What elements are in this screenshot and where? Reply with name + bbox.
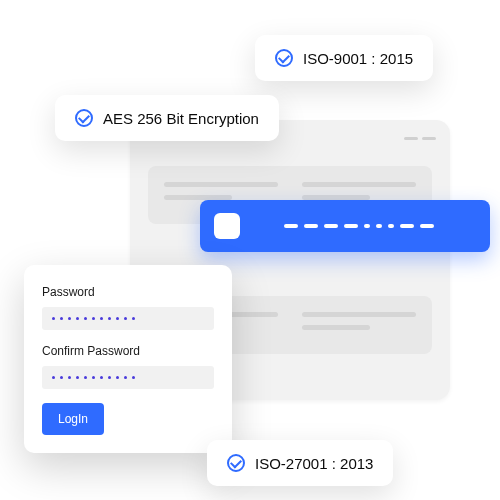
badge-aes: AES 256 Bit Encryption: [55, 95, 279, 141]
badge-label: ISO-27001 : 2013: [255, 455, 373, 472]
masked-data: [284, 224, 476, 228]
login-button[interactable]: LogIn: [42, 403, 104, 435]
confirm-password-label: Confirm Password: [42, 344, 214, 358]
window-control: [422, 137, 436, 140]
check-icon: [275, 49, 293, 67]
confirm-password-input[interactable]: [42, 366, 214, 389]
badge-iso27001: ISO-27001 : 2013: [207, 440, 393, 486]
password-input[interactable]: [42, 307, 214, 330]
check-icon: [75, 109, 93, 127]
badge-label: AES 256 Bit Encryption: [103, 110, 259, 127]
check-icon: [227, 454, 245, 472]
login-card: Password Confirm Password LogIn: [24, 265, 232, 453]
square-icon: [214, 213, 240, 239]
window-control: [404, 137, 418, 140]
badge-label: ISO-9001 : 2015: [303, 50, 413, 67]
badge-iso9001: ISO-9001 : 2015: [255, 35, 433, 81]
encrypted-bar: [200, 200, 490, 252]
password-label: Password: [42, 285, 214, 299]
